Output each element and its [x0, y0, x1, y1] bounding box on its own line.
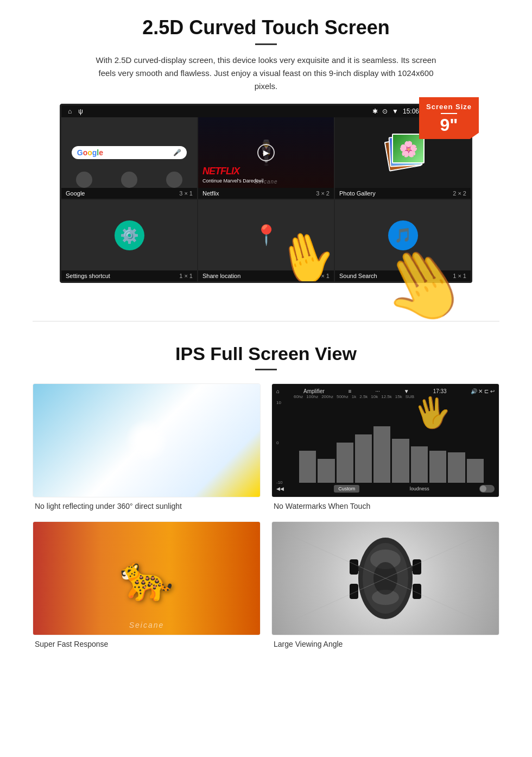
- settings-app-size: 1 × 1: [179, 273, 193, 279]
- badge-divider: [441, 113, 457, 114]
- netflix-overlay: NETFLIX Continue Marvel's Daredevil: [198, 117, 334, 188]
- amp-wifi: ▼: [404, 388, 409, 394]
- google-search-bar[interactable]: Google 🎤: [72, 146, 187, 159]
- home-icon: ⌂: [68, 108, 72, 115]
- feature-item-watermark: ⌂ Amplifier ≡ ··· ▼ 17:33 🔊 ✕ ⊏ ↩ 60hz10…: [271, 383, 499, 510]
- app-grid: Google 🎤 Google: [61, 117, 471, 281]
- screen-size-badge: Screen Size 9": [419, 97, 479, 139]
- netflix-logo: NETFLIX: [202, 166, 239, 177]
- section-ips: IPS Full Screen View No light reflecting…: [0, 338, 532, 659]
- screen-container: Screen Size 9" ⌂ ψ ✱ ⊙ ▼ 15:06 📷: [60, 104, 472, 283]
- google-app-size: 3 × 1: [179, 190, 193, 197]
- amp-title: Amplifier: [303, 388, 325, 394]
- app-cell-google[interactable]: Google 🎤 Google: [61, 117, 197, 199]
- usb-icon: ψ: [78, 108, 83, 115]
- cheetah-icon: 🐆: [119, 553, 174, 604]
- shadow-circles: [61, 172, 197, 188]
- google-logo: Google: [77, 148, 103, 157]
- eq-bar-2: [318, 459, 334, 483]
- app-cell-settings[interactable]: ⚙️ Settings shortcut 1 × 1: [61, 200, 197, 281]
- amp-eq-icon: ≡: [349, 388, 352, 394]
- gps-icon: ⊙: [382, 108, 388, 115]
- section1-title: 2.5D Curved Touch Screen: [33, 16, 499, 39]
- section2-title: IPS Full Screen View: [33, 343, 499, 364]
- settings-label-row: Settings shortcut 1 × 1: [61, 270, 197, 281]
- angle-lines-svg: [272, 522, 499, 635]
- title-divider: [255, 43, 277, 45]
- section-divider: [33, 321, 499, 321]
- netflix-app-size: 3 × 2: [316, 190, 330, 197]
- feature-image-amplifier: ⌂ Amplifier ≡ ··· ▼ 17:33 🔊 ✕ ⊏ ↩ 60hz10…: [271, 383, 499, 497]
- share-app-name: Share location: [202, 273, 240, 279]
- svg-line-13: [282, 578, 385, 625]
- feature-item-sunlight: No light reflecting under 360° direct su…: [33, 383, 261, 510]
- eq-bar-4: [355, 434, 372, 483]
- sound-icon-circle: 🎵: [388, 220, 418, 250]
- amp-equalizer: [288, 402, 495, 483]
- eq-bar-6: [392, 439, 409, 483]
- photo-label-row: Photo Gallery 2 × 2: [335, 188, 471, 199]
- settings-app-name: Settings shortcut: [66, 273, 110, 279]
- feature-image-cheetah: 🐆 Seicane: [33, 521, 261, 635]
- eq-bar-9: [448, 452, 465, 483]
- app-cell-netflix[interactable]: 🕴 ▶ NETFLIX Continue Marvel's Daredevil …: [198, 117, 334, 199]
- wifi-icon: ▼: [392, 108, 398, 115]
- svg-line-11: [282, 532, 385, 578]
- section2-divider: [255, 369, 277, 370]
- sound-cell-inner: 🎵: [335, 200, 471, 270]
- share-app-size: 1 × 1: [316, 273, 330, 279]
- settings-cell-inner: ⚙️: [61, 200, 197, 270]
- app-cell-sound[interactable]: 🎵 Sound Search 1 × 1: [335, 200, 471, 281]
- music-note-icon: 🎵: [394, 227, 411, 244]
- section1-description: With 2.5D curved-display screen, this de…: [92, 54, 440, 93]
- amp-back-icon: ◀◀: [276, 486, 284, 491]
- amp-home-icon: ⌂: [276, 388, 280, 394]
- watermark-seicane: Seicane: [254, 179, 277, 185]
- feature-image-sunlight: [33, 383, 261, 497]
- google-app-name: Google: [66, 190, 85, 197]
- share-label-row: Share location 1 × 1: [198, 270, 334, 281]
- badge-size: 9": [423, 116, 474, 134]
- share-cell-inner: 📍 🤚: [198, 200, 334, 270]
- feature-grid: No light reflecting under 360° direct su…: [33, 383, 499, 648]
- eq-bar-10: [467, 459, 484, 483]
- feature-image-car: [271, 521, 499, 635]
- badge-label: Screen Size: [423, 103, 474, 111]
- custom-label: Custom: [338, 486, 355, 491]
- sun-glow: [125, 419, 168, 462]
- netflix-cell-inner: 🕴 ▶ NETFLIX Continue Marvel's Daredevil …: [198, 117, 334, 188]
- settings-icon-circle: ⚙️: [115, 220, 144, 250]
- eq-bar-5: [373, 426, 390, 483]
- feature-label-speed: Super Fast Response: [33, 640, 261, 648]
- amplifier-image: ⌂ Amplifier ≡ ··· ▼ 17:33 🔊 ✕ ⊏ ↩ 60hz10…: [272, 384, 499, 497]
- svg-line-14: [385, 578, 489, 625]
- amp-dots: ···: [376, 388, 380, 394]
- eq-bar-8: [429, 451, 446, 483]
- bluetooth-icon: ✱: [372, 108, 378, 115]
- seicane-watermark: Seicane: [129, 621, 164, 629]
- flower-emoji: 🌸: [399, 140, 418, 157]
- photo-app-size: 2 × 2: [453, 190, 466, 197]
- status-bar: ⌂ ψ ✱ ⊙ ▼ 15:06 📷 🔊 ✕ ▭: [61, 105, 471, 117]
- eq-bar-3: [337, 443, 353, 483]
- netflix-app-name: Netflix: [202, 190, 219, 197]
- google-cell-inner: Google 🎤: [61, 117, 197, 188]
- maps-icon: 📍: [254, 224, 278, 247]
- app-cell-share[interactable]: 📍 🤚 Share location 1 × 1: [198, 200, 334, 281]
- sound-app-name: Sound Search: [339, 273, 377, 279]
- status-left: ⌂ ψ: [68, 108, 83, 115]
- car-image: [272, 522, 499, 635]
- feature-item-angle: Large Viewing Angle: [271, 521, 499, 648]
- svg-line-12: [385, 532, 489, 578]
- loudness-label: loudness: [410, 486, 429, 491]
- sky-image: [33, 384, 260, 497]
- amp-icons: 🔊 ✕ ⊏ ↩: [471, 388, 495, 394]
- sound-label-row: Sound Search 1 × 1: [335, 270, 471, 281]
- screen-mockup: ⌂ ψ ✱ ⊙ ▼ 15:06 📷 🔊 ✕ ▭: [60, 104, 472, 283]
- section-curved-screen: 2.5D Curved Touch Screen With 2.5D curve…: [0, 0, 532, 305]
- amp-top-bar: ⌂ Amplifier ≡ ··· ▼ 17:33 🔊 ✕ ⊏ ↩: [276, 388, 495, 394]
- mic-icon: 🎤: [173, 149, 181, 156]
- eq-bar-7: [411, 446, 428, 483]
- sound-app-size: 1 × 1: [453, 273, 466, 279]
- feature-label-watermark: No Watermarks When Touch: [271, 502, 499, 510]
